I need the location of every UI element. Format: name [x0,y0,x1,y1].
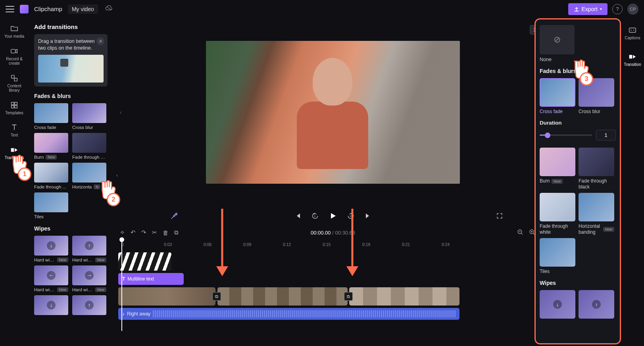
svg-rect-5 [12,105,14,108]
svg-rect-2 [14,78,17,81]
text-clip[interactable]: TMultiline text [118,273,184,285]
transition-wipe-4[interactable]: →Hard wip...New [72,265,106,292]
video-clip-1[interactable] [118,287,215,306]
graphics-clip[interactable] [118,252,171,271]
transition-horizontal[interactable]: HorizontaN [72,163,106,189]
panel-title: Add transitions [34,23,115,30]
svg-rect-12 [629,28,636,33]
effects-button[interactable] [170,211,179,220]
prop-fade-white[interactable]: Fade through white [540,193,575,235]
prop-section-wipes: Wipes [540,280,616,286]
forward-5s-button[interactable]: 5 [347,212,355,220]
time-display: 00:00.00 / 00:30.68 [311,230,355,236]
svg-text:5: 5 [314,215,315,217]
video-preview[interactable] [206,41,460,184]
transition-fade-black[interactable]: Fade through b... [72,133,106,160]
transitions-icon [10,146,19,154]
transition-cross-fade[interactable]: Cross fade [34,103,68,130]
right-rail-transition[interactable]: Transition [622,49,643,70]
play-button[interactable] [329,211,337,220]
transition-burn[interactable]: BurnNew [34,133,68,160]
rail-content-library[interactable]: Content library [2,71,26,96]
export-button[interactable]: Export ▾ [568,3,607,15]
svg-rect-7 [11,148,14,152]
audio-clip[interactable]: ♪Right away [118,308,459,320]
undo-button[interactable]: ↶ [131,229,136,236]
graphics-track[interactable] [118,252,548,271]
app-logo-icon [20,5,29,13]
auto-tool-button[interactable]: ✧ [120,229,125,236]
svg-rect-1 [12,75,14,78]
prop-fade-black[interactable]: Fade through black [579,148,614,190]
app-title: Clipchamp [34,6,62,12]
redo-button[interactable]: ↷ [141,229,146,236]
timeline-ruler[interactable]: 0 0:03 0:06 0:09 0:12 0:15 0:18 0:21 0:2… [118,240,548,250]
transition-wipe-5[interactable]: ↓ [34,295,68,315]
zoom-out-button[interactable] [517,229,523,236]
transition-indicator-2[interactable]: ⧉ [344,292,353,301]
prop-horizontal[interactable]: Horizontal bandingNew [579,193,614,235]
library-icon [10,74,19,83]
document-name-input[interactable]: My video [68,4,98,14]
audio-track[interactable]: ♪Right away [118,308,548,320]
prop-cross-blur[interactable]: Cross blur [579,78,614,114]
cloud-sync-icon [105,5,113,13]
transition-wipe-3[interactable]: ←Hard wip...New [34,265,68,292]
text-track[interactable]: TMultiline text [118,273,548,285]
right-rail-captions[interactable]: Captions [622,23,643,44]
help-button[interactable]: ? [612,4,623,14]
video-track[interactable]: ⧉ ⧉ [118,287,548,306]
video-clip-2[interactable] [217,287,348,306]
avatar[interactable]: CP [627,4,638,15]
skip-start-button[interactable] [294,212,302,219]
hint-image [38,55,104,83]
skip-end-button[interactable] [364,212,371,219]
svg-rect-3 [12,102,14,104]
duration-slider[interactable] [540,135,592,136]
transition-wipe-6[interactable]: ↑ [72,295,106,315]
copy-button[interactable]: ⧉ [174,229,179,236]
transition-wipe-1[interactable]: ↓Hard wip...New [34,236,68,262]
fullscreen-button[interactable] [496,212,503,219]
upload-icon [574,6,579,12]
camera-icon [10,47,19,56]
rail-text[interactable]: Text [2,120,26,141]
prop-section-fades: Fades & blurs [540,68,616,74]
transition-fade-white[interactable]: Fade through ... [34,163,68,189]
video-clip-3[interactable] [349,287,459,306]
rail-record[interactable]: Record & create [2,44,26,69]
prop-wipe-2[interactable]: ↑ [579,290,614,319]
transition-properties-panel: ⊘ None Fades & blurs Cross fade Cross bl… [534,18,621,344]
svg-rect-4 [15,102,17,104]
transition-indicator-1[interactable]: ⧉ [212,292,221,301]
transition-tiles[interactable]: Tiles [34,192,68,219]
hint-card: ✕ Drag a transition between two clips on… [34,34,108,86]
prop-wipe-1[interactable]: ↓ [540,290,575,319]
rewind-5s-button[interactable]: 5 [311,212,319,220]
rail-templates[interactable]: Templates [2,98,26,119]
prop-cross-fade[interactable]: Cross fade [540,78,575,114]
section-wipes-title: Wipes [34,225,115,232]
duration-input[interactable] [596,130,616,140]
transition-wipe-2[interactable]: ↑Hard wip...New [72,236,106,262]
captions-icon [628,26,637,35]
close-hint-button[interactable]: ✕ [96,37,104,45]
prop-tiles[interactable]: Tiles [540,238,575,274]
svg-text:5: 5 [350,215,351,217]
hamburger-menu[interactable] [6,6,14,12]
duration-label: Duration [540,120,616,126]
transition-cross-blur[interactable]: Cross blur [72,103,106,130]
playhead[interactable] [121,240,122,331]
prop-none-option[interactable]: ⊘ [540,25,575,54]
prop-none-label: None [540,57,616,62]
rail-your-media[interactable]: Your media [2,21,26,42]
prop-burn[interactable]: BurnNew [540,148,575,190]
transitions-panel: Add transitions ✕ Drag a transition betw… [29,18,115,346]
prev-frame-button[interactable]: ‹ [116,105,126,119]
delete-button[interactable]: 🗑 [163,229,169,236]
templates-icon [10,101,19,110]
text-icon [10,123,19,132]
split-button[interactable]: ✂ [152,229,157,236]
rail-transitions[interactable]: Transitions [2,142,26,163]
svg-rect-0 [11,49,15,53]
